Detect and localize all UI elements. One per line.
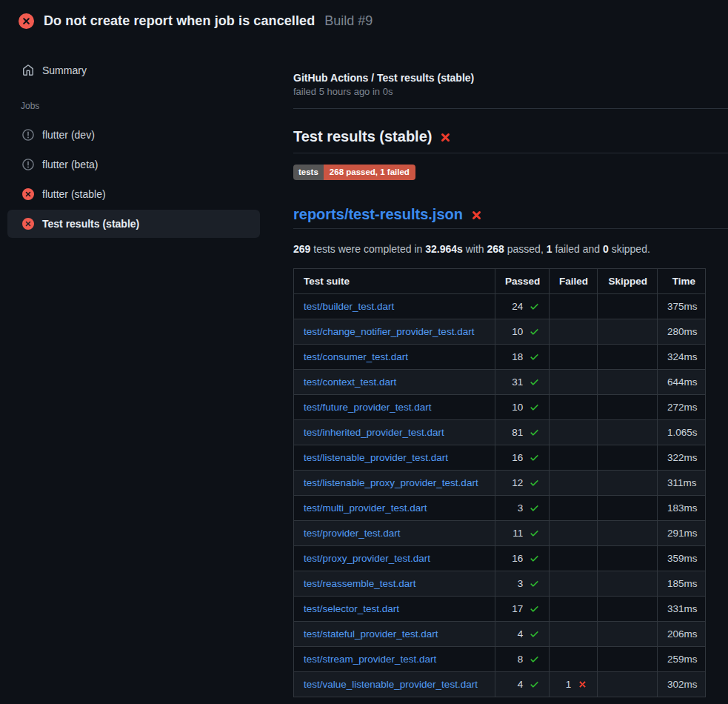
col-passed: Passed xyxy=(495,269,550,294)
suite-cell: test/proxy_provider_test.dart xyxy=(294,546,495,571)
check-icon xyxy=(530,654,539,664)
run-meta: failed 5 hours ago in 0s xyxy=(293,86,728,98)
test-suite-link[interactable]: test/proxy_provider_test.dart xyxy=(304,553,430,564)
run-title: Do not create report when job is cancell… xyxy=(44,13,315,29)
summary-part: with xyxy=(463,243,487,255)
time-cell: 359ms xyxy=(658,546,706,571)
passed-cell: 16 xyxy=(495,445,550,471)
suite-cell: test/future_provider_test.dart xyxy=(294,395,495,420)
table-row: test/value_listenable_provider_test.dart… xyxy=(294,672,706,697)
suite-cell: test/change_notifier_provider_test.dart xyxy=(294,319,495,345)
neutral-circle-icon xyxy=(22,159,34,170)
failed-cell: 1 xyxy=(550,672,598,697)
failed-cell xyxy=(550,420,598,445)
time-cell: 331ms xyxy=(658,597,706,622)
test-suite-link[interactable]: test/provider_test.dart xyxy=(304,528,401,539)
failed-x-icon xyxy=(439,131,452,144)
check-icon xyxy=(530,402,539,412)
sidebar-job-item[interactable]: Test results (stable) xyxy=(7,210,260,238)
test-suite-link[interactable]: test/inherited_provider_test.dart xyxy=(304,427,444,438)
time-cell: 1.065s xyxy=(658,420,706,445)
table-row: test/reassemble_test.dart 3 185ms xyxy=(294,571,706,597)
job-status-icon-slot xyxy=(22,188,42,200)
failed-x-icon xyxy=(470,209,483,222)
failed-cell xyxy=(550,521,598,546)
table-row: test/listenable_provider_test.dart 16 32… xyxy=(294,445,706,471)
sidebar-item-summary[interactable]: Summary xyxy=(7,56,260,84)
failed-cell xyxy=(550,546,598,571)
skipped-cell xyxy=(598,521,658,546)
skipped-cell xyxy=(598,345,658,370)
col-time: Time xyxy=(658,269,706,294)
summary-part: 1 xyxy=(547,243,552,255)
tests-badge: tests 268 passed, 1 failed xyxy=(293,165,415,180)
failed-cell xyxy=(550,647,598,672)
jobs-list: flutter (dev) flutter (beta) flutter (st… xyxy=(7,121,260,238)
sidebar-job-item[interactable]: flutter (dev) xyxy=(7,121,260,149)
badge-value: 268 passed, 1 failed xyxy=(324,165,415,180)
passed-cell: 12 xyxy=(495,471,550,496)
skipped-cell xyxy=(598,647,658,672)
table-row: test/provider_test.dart 11 291ms xyxy=(294,521,706,546)
sidebar-job-label: flutter (beta) xyxy=(42,159,98,170)
table-row: test/multi_provider_test.dart 3 183ms xyxy=(294,496,706,521)
test-suite-link[interactable]: test/stateful_provider_test.dart xyxy=(304,628,438,640)
failed-cell xyxy=(550,345,598,370)
table-row: test/stateful_provider_test.dart 4 206ms xyxy=(294,622,706,647)
summary-part: tests were completed in xyxy=(310,243,425,255)
suite-cell: test/value_listenable_provider_test.dart xyxy=(294,672,495,697)
test-suite-link[interactable]: test/multi_provider_test.dart xyxy=(304,502,427,514)
neutral-circle-icon xyxy=(22,129,34,141)
jobs-section-label: Jobs xyxy=(21,101,260,111)
summary-part: 32.964s xyxy=(425,243,463,255)
divider xyxy=(293,108,728,109)
suite-cell: test/selector_test.dart xyxy=(294,597,495,622)
check-icon xyxy=(530,302,539,311)
sidebar-job-item[interactable]: flutter (beta) xyxy=(7,150,260,179)
test-suite-link[interactable]: test/change_notifier_provider_test.dart xyxy=(304,326,474,337)
test-suite-link[interactable]: test/value_listenable_provider_test.dart xyxy=(304,679,478,690)
time-cell: 183ms xyxy=(658,496,706,521)
time-cell: 280ms xyxy=(658,319,706,345)
check-icon xyxy=(530,377,539,387)
skipped-cell xyxy=(598,395,658,420)
passed-cell: 11 xyxy=(495,521,550,546)
col-skipped: Skipped xyxy=(598,269,658,294)
check-icon xyxy=(530,478,539,488)
summary-part: 268 xyxy=(487,243,504,255)
test-suite-link[interactable]: test/builder_test.dart xyxy=(304,301,394,312)
run-build-number: Build #9 xyxy=(324,13,373,29)
test-suite-link[interactable]: test/stream_provider_test.dart xyxy=(304,654,436,665)
x-circle-fill-icon xyxy=(22,188,34,200)
sidebar-job-item[interactable]: flutter (stable) xyxy=(7,180,260,208)
passed-cell: 4 xyxy=(495,672,550,697)
test-suite-link[interactable]: test/selector_test.dart xyxy=(304,603,399,614)
test-suite-link[interactable]: test/listenable_proxy_provider_test.dart xyxy=(304,477,478,488)
x-icon xyxy=(578,680,587,689)
passed-cell: 8 xyxy=(495,647,550,672)
time-cell: 644ms xyxy=(658,370,706,395)
test-suite-link[interactable]: test/listenable_provider_test.dart xyxy=(304,452,448,463)
failed-cell xyxy=(550,294,598,319)
table-row: test/future_provider_test.dart 10 272ms xyxy=(294,395,706,420)
suite-cell: test/context_test.dart xyxy=(294,370,495,395)
time-cell: 259ms xyxy=(658,647,706,672)
check-icon xyxy=(530,579,539,588)
report-file-link[interactable]: reports/test-results.json xyxy=(293,205,463,224)
summary-part: 269 xyxy=(293,243,310,255)
sidebar-job-label: flutter (stable) xyxy=(42,188,106,200)
test-suite-link[interactable]: test/context_test.dart xyxy=(304,376,396,388)
test-suite-link[interactable]: test/reassemble_test.dart xyxy=(304,578,416,589)
time-cell: 206ms xyxy=(658,622,706,647)
test-suite-link[interactable]: test/consumer_test.dart xyxy=(304,351,408,362)
table-header-row: Test suite Passed Failed Skipped Time xyxy=(294,269,706,294)
suite-cell: test/stream_provider_test.dart xyxy=(294,647,495,672)
check-icon xyxy=(530,428,539,437)
section-title-text: Test results (stable) xyxy=(293,127,432,146)
report-title: reports/test-results.json xyxy=(293,205,728,229)
passed-cell: 16 xyxy=(495,546,550,571)
failed-cell xyxy=(550,445,598,471)
time-cell: 291ms xyxy=(658,521,706,546)
test-suite-link[interactable]: test/future_provider_test.dart xyxy=(304,402,432,413)
table-row: test/consumer_test.dart 18 324ms xyxy=(294,345,706,370)
